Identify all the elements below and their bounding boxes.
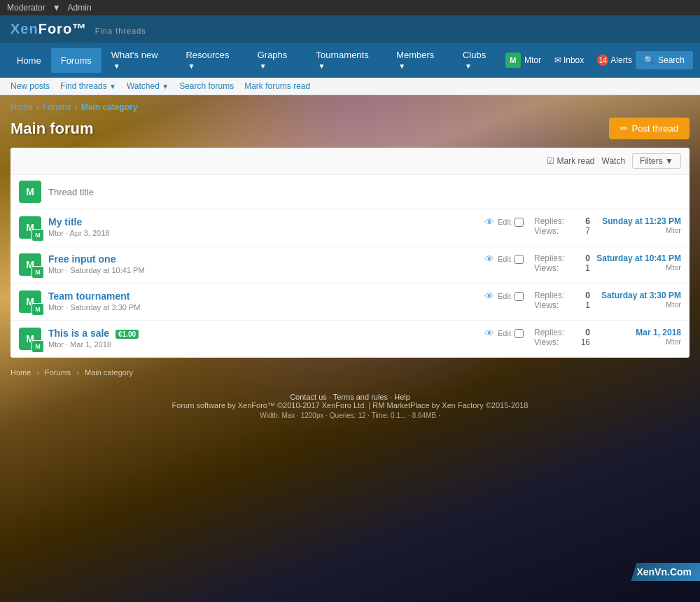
last-date-1[interactable]: Sunday at 11:23 PM — [590, 216, 681, 226]
thread-info-1: My title Mtor · Apr 3, 2018 — [48, 216, 484, 237]
thread-actions-1: 👁 Edit — [484, 216, 524, 227]
moderator-link[interactable]: Moderator — [7, 3, 46, 13]
nav-inbox[interactable]: ✉ Inbox — [545, 48, 594, 72]
watch-thread-icon-1[interactable]: 👁 — [484, 216, 494, 227]
page-title-bar: Main forum ✏ Post thread — [10, 118, 690, 139]
xenvn-watermark: XenVn.Com — [631, 563, 700, 581]
user-avatar-input: M — [19, 181, 41, 203]
edit-label-2[interactable]: Edit — [498, 255, 511, 263]
nav-forums[interactable]: Forums — [51, 48, 102, 73]
select-thread-2[interactable] — [514, 255, 524, 264]
mark-read-button[interactable]: ☑ Mark read — [547, 156, 595, 166]
thread-avatar-4: M M — [19, 328, 41, 350]
breadcrumb-forums[interactable]: Forums — [43, 102, 71, 112]
thread-stats-4: Replies: 0 Views: 16 — [534, 328, 590, 347]
thread-stats-1: Replies: 6 Views: 7 — [534, 216, 590, 236]
thread-actions-4: 👁 Edit — [484, 328, 524, 339]
last-date-4[interactable]: Mar 1, 2018 — [590, 328, 681, 337]
thread-last-1: Sunday at 11:23 PM Mtor — [590, 216, 681, 234]
filters-button[interactable]: Filters ▼ — [632, 153, 681, 169]
thread-input-row: M — [10, 175, 690, 209]
last-date-2[interactable]: Saturday at 10:41 PM — [590, 253, 681, 263]
table-row: M M Team tournament Mtor · Saturday at 3… — [10, 284, 690, 321]
inbox-icon: ✉ — [554, 55, 561, 65]
bottom-category-link[interactable]: Main category — [85, 368, 133, 377]
nav-tournaments[interactable]: Tournaments ▼ — [307, 43, 387, 78]
edit-icon: ✏ — [620, 123, 628, 134]
panel-actions: ☑ Mark read Watch Filters ▼ — [10, 148, 690, 175]
admin-link[interactable]: Admin — [68, 3, 92, 13]
watch-thread-icon-4[interactable]: 👁 — [484, 328, 494, 339]
thread-last-2: Saturday at 10:41 PM Mtor — [590, 253, 681, 272]
thread-actions-3: 👁 Edit — [484, 290, 524, 302]
forum-panel: ☑ Mark read Watch Filters ▼ M M M My tit… — [10, 148, 690, 358]
site-footer: Contact us · Terms and rules · Help Foru… — [0, 387, 700, 425]
select-thread-4[interactable] — [514, 329, 524, 338]
check-icon: ☑ — [547, 156, 554, 166]
bottom-breadcrumb: Home › Forums › Main category — [0, 365, 700, 380]
thread-avatar-3: M M — [19, 290, 41, 313]
select-thread-1[interactable] — [514, 218, 524, 227]
thread-last-4: Mar 1, 2018 Mtor — [590, 328, 681, 346]
breadcrumb-home[interactable]: Home — [10, 102, 33, 112]
nav-resources[interactable]: Resources ▼ — [176, 43, 247, 78]
thread-meta-1: Mtor · Apr 3, 2018 — [48, 229, 484, 237]
watch-thread-icon-2[interactable]: 👁 — [484, 253, 494, 265]
nav-graphs[interactable]: Graphs ▼ — [248, 43, 307, 78]
edit-label-1[interactable]: Edit — [498, 218, 511, 226]
bottom-home-link[interactable]: Home — [10, 368, 31, 377]
thread-title-1[interactable]: My title — [48, 216, 484, 227]
thread-title-input[interactable] — [48, 187, 681, 197]
search-icon: 🔍 — [644, 55, 654, 65]
edit-label-4[interactable]: Edit — [498, 329, 511, 337]
help-link[interactable]: Help — [394, 393, 410, 401]
watch-thread-icon-3[interactable]: 👁 — [484, 290, 494, 302]
watch-button[interactable]: Watch — [602, 156, 626, 166]
thread-avatar-1: M M — [19, 216, 41, 239]
sale-badge: €1.00 — [115, 330, 139, 339]
sub-nav: New posts Find threads ▼ Watched ▼ Searc… — [0, 78, 700, 95]
table-row: M M My title Mtor · Apr 3, 2018 👁 Edit R… — [10, 209, 690, 246]
site-logo[interactable]: XenForo™ Fina threads — [10, 21, 146, 37]
thread-info-2: Free input one Mtor · Saturday at 10:41 … — [48, 253, 484, 274]
contact-link[interactable]: Contact us — [290, 393, 327, 401]
select-thread-3[interactable] — [514, 292, 524, 301]
thread-meta-4: Mtor · Mar 1, 2018 — [48, 340, 484, 349]
search-button[interactable]: 🔍 Search — [636, 51, 693, 69]
new-posts-link[interactable]: New posts — [10, 81, 50, 91]
footer-copyright: Forum software by XenForo™ ©2010-2017 Xe… — [6, 401, 694, 410]
search-forums-link[interactable]: Search forums — [179, 81, 234, 91]
breadcrumb-category: Main category — [81, 102, 138, 112]
thread-title-3[interactable]: Team tournament — [48, 290, 484, 302]
thread-stats-2: Replies: 0 Views: 1 — [534, 253, 590, 273]
thread-info-4: This is a sale €1.00 Mtor · Mar 1, 2018 — [48, 328, 484, 349]
table-row: M M Free input one Mtor · Saturday at 10… — [10, 246, 690, 284]
edit-label-3[interactable]: Edit — [498, 292, 511, 300]
nav-whatsnew[interactable]: What's new ▼ — [102, 43, 176, 78]
last-user-1: Mtor — [590, 226, 681, 234]
last-user-2: Mtor — [590, 263, 681, 272]
thread-info-3: Team tournament Mtor · Saturday at 3:30 … — [48, 290, 484, 312]
thread-meta-3: Mtor · Saturday at 3:30 PM — [48, 303, 484, 312]
watched-link[interactable]: Watched ▼ — [127, 81, 169, 91]
last-user-3: Mtor — [590, 300, 681, 309]
nav-clubs[interactable]: Clubs ▼ — [453, 43, 505, 78]
user-avatar[interactable]: M Mtor — [505, 52, 541, 68]
nav-home[interactable]: Home — [7, 48, 51, 73]
thread-stats-3: Replies: 0 Views: 1 — [534, 290, 590, 310]
alerts-btn[interactable]: 14 Alerts — [597, 55, 632, 66]
footer-stats: Width: Max · 1200px · Queries: 12 · Time… — [6, 412, 694, 419]
nav-members[interactable]: Members ▼ — [386, 43, 453, 78]
post-thread-button[interactable]: ✏ Post thread — [609, 118, 690, 139]
thread-avatar-2: M M — [19, 253, 41, 276]
last-date-3[interactable]: Saturday at 3:30 PM — [590, 290, 681, 300]
thread-title-4[interactable]: This is a sale €1.00 — [48, 328, 484, 339]
site-header: XenForo™ Fina threads — [0, 15, 700, 43]
thread-title-2[interactable]: Free input one — [48, 253, 484, 265]
mark-forums-read-link[interactable]: Mark forums read — [244, 81, 310, 91]
table-row: M M This is a sale €1.00 Mtor · Mar 1, 2… — [10, 321, 690, 358]
find-threads-link[interactable]: Find threads ▼ — [60, 81, 116, 91]
terms-link[interactable]: Terms and rules — [333, 393, 388, 401]
main-nav: Home Forums What's new ▼ Resources ▼ Gra… — [0, 43, 700, 78]
bottom-forums-link[interactable]: Forums — [45, 368, 71, 377]
